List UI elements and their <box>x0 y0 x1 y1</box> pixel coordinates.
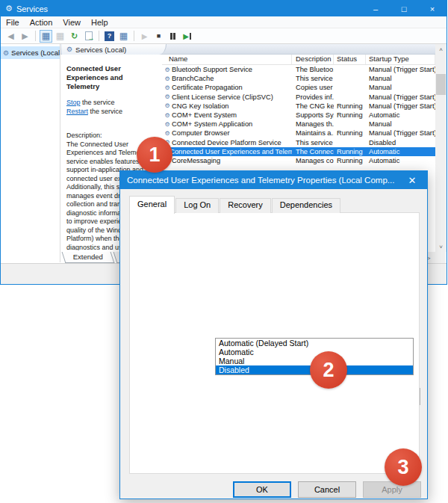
column-header-description[interactable]: Description <box>292 55 334 64</box>
step-1-badge: 1 <box>137 137 172 173</box>
console-tree-pane: ⚙ Services (Local) <box>1 44 60 262</box>
step-2-badge: 2 <box>310 351 347 389</box>
dialog-tabs: GeneralLog OnRecoveryDependencies <box>129 196 341 213</box>
maximize-button[interactable]: □ <box>390 1 418 16</box>
tree-item-services-local[interactable]: ⚙ Services (Local) <box>1 46 60 59</box>
services-gear-icon: ⚙ <box>3 49 9 57</box>
window-title: Services <box>16 4 48 13</box>
service-row[interactable]: ⚙Client License Service (ClipSVC)Provide… <box>162 93 435 102</box>
tab-extended[interactable]: Extended <box>62 252 115 263</box>
snapin-tab-services-local[interactable]: ⚙ Services (Local) <box>62 44 167 55</box>
list-header: ˄ Name Description Status Startup Type <box>162 55 435 65</box>
dropdown-option-automatic-delayed-start-[interactable]: Automatic (Delayed Start) <box>216 339 413 348</box>
toolbar-separator <box>99 31 99 41</box>
dropdown-option-automatic[interactable]: Automatic <box>216 348 413 357</box>
menu-view[interactable]: View <box>57 18 86 27</box>
service-gear-icon: ⚙ <box>164 93 171 100</box>
dialog-tab-general[interactable]: General <box>129 196 175 214</box>
pause-service-icon[interactable] <box>167 30 179 43</box>
column-header-status[interactable]: Status <box>334 55 366 64</box>
service-row[interactable]: ⚙CoreMessagingManages co...RunningAutoma… <box>162 156 435 165</box>
service-gear-icon: ⚙ <box>164 84 171 91</box>
step-3-badge: 3 <box>385 448 422 486</box>
description-label: Description: <box>66 132 157 141</box>
scrollbar-thumb[interactable] <box>436 74 446 95</box>
menu-action[interactable]: Action <box>25 18 58 27</box>
menu-file[interactable]: File <box>1 18 25 27</box>
menu-help[interactable]: Help <box>86 18 113 27</box>
properties-icon[interactable]: ▦ <box>54 30 66 43</box>
service-row[interactable]: ⚙COM+ System ApplicationManages th...Man… <box>162 120 435 129</box>
dialog-tab-log-on[interactable]: Log On <box>175 198 219 213</box>
toolbar: ◀ ▶ ▦ ▦ ↻ → ? ▦ ▶ ■ ▶ <box>1 28 447 44</box>
forward-icon[interactable]: ▶ <box>19 30 31 43</box>
show-console-tree-icon[interactable]: ▦ <box>40 30 52 43</box>
minimize-button[interactable]: – <box>361 1 390 16</box>
export-list-icon[interactable]: → <box>82 30 95 43</box>
service-row[interactable]: ⚙Certificate PropagationCopies user ...M… <box>162 83 435 92</box>
service-gear-icon: ⚙ <box>164 75 171 82</box>
service-row[interactable]: ⚙BranchCacheThis service ...Manual <box>162 74 435 83</box>
stop-service-icon[interactable]: ■ <box>152 30 165 43</box>
service-row[interactable]: ⚙Connected Device Platform ServiceThis s… <box>162 138 435 147</box>
service-row[interactable]: ⚙Computer BrowserMaintains a...RunningMa… <box>162 129 435 138</box>
dialog-tab-dependencies[interactable]: Dependencies <box>272 198 340 213</box>
close-button[interactable]: × <box>418 1 447 16</box>
stop-service-link[interactable]: Stop <box>66 99 81 106</box>
export-doc-glyph: → <box>85 31 93 40</box>
service-row[interactable]: ⚙Bluetooth Support ServiceThe Bluetoo...… <box>162 65 435 74</box>
service-row[interactable]: ⚙Connected User Experiences and Telemetr… <box>162 147 435 156</box>
service-row[interactable]: ⚙CNG Key IsolationThe CNG ke...RunningMa… <box>162 102 435 111</box>
services-app-icon: ⚙ <box>5 4 13 13</box>
restart-service-icon[interactable]: ▶ <box>181 30 193 43</box>
toolbar-separator <box>35 31 36 41</box>
restart-service-link[interactable]: Restart <box>66 108 88 115</box>
start-service-icon[interactable]: ▶ <box>138 30 151 43</box>
ok-button[interactable]: OK <box>233 481 291 498</box>
show-action-pane-icon[interactable]: ▦ <box>117 30 130 43</box>
scroll-up-icon[interactable]: ˄ <box>435 44 447 55</box>
column-header-startup-type[interactable]: Startup Type <box>366 55 435 64</box>
stop-service-line: Stop the service <box>66 99 157 108</box>
selected-service-title: Connected User Experiences and Telemetry <box>66 64 157 91</box>
screenshot-canvas: ⚙ Services – □ × File Action View Help ◀… <box>0 0 448 503</box>
service-row[interactable]: ⚙COM+ Event SystemSupports Sy...RunningA… <box>162 111 435 120</box>
dialog-tab-recovery[interactable]: Recovery <box>220 198 270 213</box>
vertical-scrollbar[interactable]: ˄ ˅ <box>435 44 447 252</box>
service-rows: ⚙Bluetooth Support ServiceThe Bluetoo...… <box>162 65 435 165</box>
apply-button[interactable]: Apply <box>363 481 421 498</box>
services-gear-icon: ⚙ <box>66 46 72 53</box>
refresh-icon[interactable]: ↻ <box>68 30 81 43</box>
back-icon[interactable]: ◀ <box>4 30 17 43</box>
toolbar-separator <box>134 31 134 41</box>
snapin-header-strip: ⚙ Services (Local) <box>60 44 446 55</box>
restart-service-line: Restart the service <box>66 108 157 117</box>
help-icon[interactable]: ? <box>103 30 116 43</box>
dialog-close-icon[interactable]: ✕ <box>397 171 427 189</box>
service-gear-icon: ⚙ <box>164 102 171 109</box>
service-gear-icon: ⚙ <box>164 130 171 137</box>
column-header-name[interactable]: Name <box>162 55 292 64</box>
dialog-title: Connected User Experiences and Telemetry… <box>127 176 394 185</box>
dialog-titlebar[interactable]: Connected User Experiences and Telemetry… <box>120 171 427 189</box>
properties-dialog: Connected User Experiences and Telemetry… <box>119 170 428 499</box>
cancel-button[interactable]: Cancel <box>298 481 356 498</box>
service-gear-icon: ⚙ <box>164 67 171 73</box>
service-gear-icon: ⚙ <box>164 121 171 128</box>
menu-bar: File Action View Help <box>1 16 447 28</box>
titlebar[interactable]: ⚙ Services – □ × <box>1 1 447 16</box>
service-gear-icon: ⚙ <box>164 112 171 119</box>
scroll-down-icon[interactable]: ˅ <box>435 241 447 252</box>
